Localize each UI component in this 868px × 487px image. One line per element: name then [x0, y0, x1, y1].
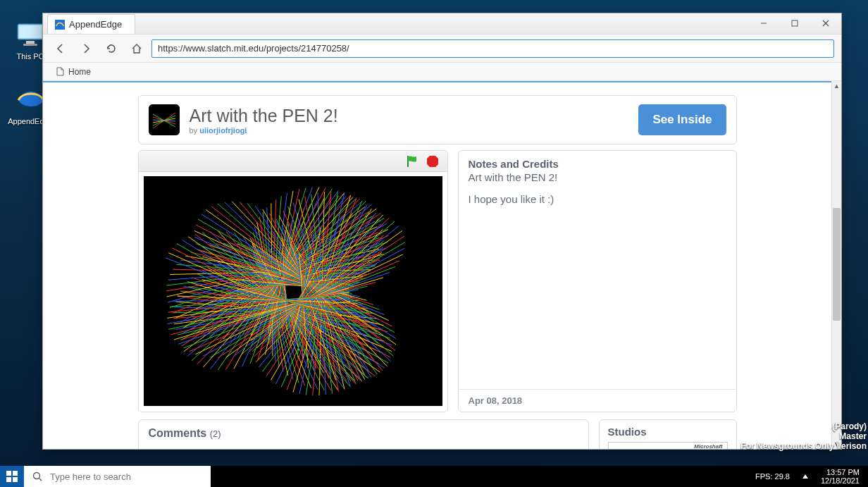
project-date: Apr 08, 2018: [459, 389, 736, 412]
project-thumbnail: [149, 104, 180, 135]
svg-rect-260: [13, 477, 18, 482]
taskbar-clock[interactable]: 13:57 PM 12/18/2021: [821, 468, 860, 485]
stop-button[interactable]: [426, 155, 439, 168]
bookmarks-bar: Home: [43, 63, 841, 81]
desktop-icon-label: This PC: [16, 52, 44, 61]
pen-art-canvas: [144, 176, 442, 406]
overlay-text: For Newsgrounds Only Verison: [740, 441, 867, 451]
fps-counter: FPS: 29.8: [755, 472, 790, 481]
window-maximize-button[interactable]: [779, 13, 810, 33]
svg-rect-3: [23, 44, 37, 46]
tab-favicon-icon: [55, 20, 65, 30]
forward-button[interactable]: [75, 38, 97, 59]
studio-thumbnail[interactable]: Microshaft: [608, 442, 728, 449]
tray-arrow-icon[interactable]: [802, 474, 808, 479]
appendedge-icon: [16, 85, 45, 114]
author-link[interactable]: uiiorjiofrjiogi: [199, 126, 247, 135]
svg-rect-259: [6, 477, 11, 482]
svg-rect-6: [792, 20, 798, 26]
notes-heading: Notes and Credits: [469, 158, 726, 170]
overlay-text: Master: [839, 431, 867, 441]
page-icon: [56, 67, 65, 76]
bookmark-label: Home: [68, 67, 91, 77]
clock-date: 12/18/2021: [821, 476, 860, 485]
svg-rect-258: [13, 471, 18, 476]
tab-title: AppendEdge: [69, 19, 122, 30]
refresh-button[interactable]: [101, 38, 122, 59]
notes-card: Notes and Credits Art with the PEN 2! I …: [458, 150, 737, 412]
studios-card: Studios Microshaft: [599, 419, 737, 449]
project-header: Art with the PEN 2! by uiiorjiofrjiogi S…: [138, 95, 737, 144]
scroll-up-icon[interactable]: ▲: [832, 81, 841, 91]
window-close-button[interactable]: [810, 13, 841, 33]
overlay-text: (Parody): [832, 421, 867, 431]
start-button[interactable]: [0, 466, 24, 487]
notes-line: I hope you like it :): [469, 193, 726, 205]
scroll-thumb[interactable]: [833, 208, 841, 321]
window-minimize-button[interactable]: [748, 13, 779, 33]
comments-card: Comments (2): [138, 419, 589, 449]
taskbar: Type here to search FPS: 29.8 13:57 PM 1…: [0, 466, 868, 487]
monitor-icon: [16, 20, 45, 49]
project-stage[interactable]: [144, 176, 442, 406]
browser-toolbar: [43, 35, 841, 63]
svg-rect-2: [26, 41, 35, 44]
titlebar: AppendEdge: [43, 13, 841, 35]
browser-tab[interactable]: AppendEdge: [47, 14, 135, 34]
search-icon: [32, 471, 43, 482]
svg-rect-1: [19, 25, 42, 38]
studio-label: Microshaft: [694, 443, 722, 450]
notes-line: Art with the PEN 2!: [469, 171, 726, 183]
svg-rect-257: [6, 471, 11, 476]
svg-marker-16: [427, 156, 438, 167]
project-title: Art with the PEN 2!: [190, 106, 629, 126]
browser-window: AppendEdge Home: [42, 13, 842, 450]
by-prefix: by: [190, 126, 200, 135]
see-inside-button[interactable]: See Inside: [638, 104, 726, 135]
search-placeholder: Type here to search: [50, 471, 131, 482]
svg-point-261: [34, 472, 40, 479]
windows-icon: [6, 471, 18, 482]
browser-viewport: Art with the PEN 2! by uiiorjiofrjiogi S…: [43, 81, 841, 449]
taskbar-search[interactable]: Type here to search: [24, 466, 211, 487]
stage-card: [138, 150, 448, 412]
studios-heading: Studios: [608, 426, 728, 438]
clock-time: 13:57 PM: [821, 468, 860, 476]
home-button[interactable]: [126, 38, 147, 59]
svg-line-262: [39, 478, 42, 481]
bookmark-home[interactable]: Home: [51, 66, 95, 78]
comments-count: (2): [210, 429, 221, 439]
green-flag-button[interactable]: [405, 154, 419, 168]
project-byline: by uiiorjiofrjiogi: [190, 126, 629, 135]
url-input[interactable]: [151, 39, 834, 58]
comments-label: Comments: [149, 427, 210, 439]
scrollbar[interactable]: ▲ ▼: [831, 81, 841, 449]
back-button[interactable]: [50, 38, 71, 59]
